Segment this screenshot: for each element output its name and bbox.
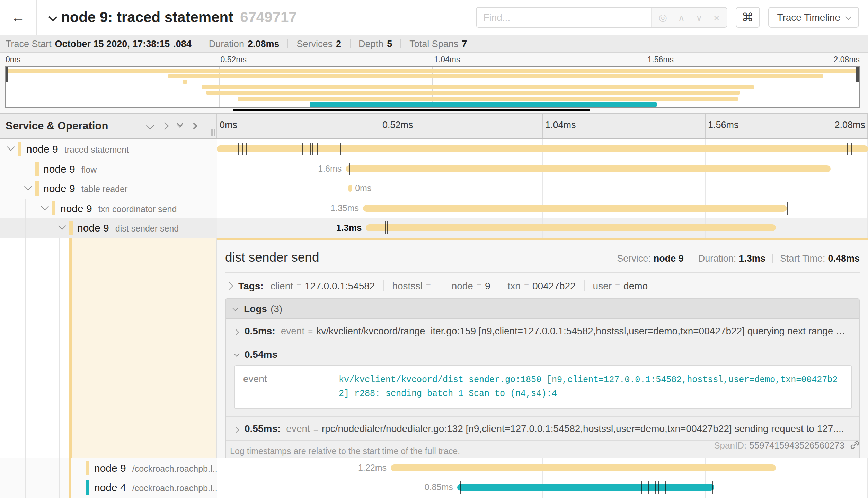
minimap-canvas[interactable]: [5, 66, 860, 108]
minimap-time-label: 1.56ms: [648, 55, 674, 64]
service-name: node 9dist sender send: [77, 222, 179, 234]
keyboard-shortcuts-button[interactable]: ⌘: [735, 7, 760, 28]
span-name-cell[interactable]: node 4/cockroach.roachpb.I...: [0, 478, 217, 497]
find-clear-icon[interactable]: ×: [714, 12, 720, 22]
service-name: node 9traced statement: [26, 143, 129, 155]
logs-accordion-header[interactable]: Logs (3): [226, 299, 859, 319]
span-row-txn-coordinator-send[interactable]: node 9txn coordinator send1.35ms: [0, 198, 868, 218]
collapse-chevron-icon[interactable]: [58, 222, 66, 230]
span-row-table-reader[interactable]: node 9table reader0ms: [0, 179, 868, 198]
collapse-title-chevron-icon[interactable]: [49, 14, 55, 20]
view-selector-button[interactable]: Trace Timeline: [768, 7, 859, 28]
span-row-cockroach-roachpb-i[interactable]: node 4/cockroach.roachpb.I...0.85ms: [0, 478, 868, 497]
tags-chevron-right-icon: [225, 282, 233, 290]
trace-title-group[interactable]: node 9: traced statement 6749717: [49, 9, 297, 26]
service-name: node 4/cockroach.roachpb.I...: [94, 482, 217, 494]
span-duration-bar[interactable]: [391, 464, 776, 471]
ruler-gridline: [705, 114, 706, 138]
span-timeline-cell[interactable]: 1.6ms: [217, 159, 868, 179]
minimap-span-bar[interactable]: [206, 91, 739, 95]
collapse-chevron-icon[interactable]: [7, 143, 15, 151]
span-name-cell[interactable]: node 9/cockroach.roachpb.I...: [0, 458, 217, 478]
expand-one-icon[interactable]: [161, 122, 169, 130]
log-marker-tick: [460, 481, 460, 494]
minimap-span-bar[interactable]: [238, 97, 738, 101]
span-timeline-cell[interactable]: 0.85ms: [217, 478, 868, 497]
log3-timestamp: 0.55ms:: [245, 423, 281, 434]
span-row-dist-sender-send[interactable]: node 9dist sender send1.3ms: [0, 218, 868, 238]
operation-name: txn coordinator send: [98, 205, 177, 214]
minimap-left-scrubber[interactable]: [6, 67, 8, 82]
collapse-chevron-icon[interactable]: [24, 183, 32, 191]
minimap-time-label: 0ms: [6, 55, 20, 64]
log-marker-tick: [307, 143, 308, 155]
span-name-cell[interactable]: node 9table reader: [0, 179, 217, 198]
minimap-right-scrubber[interactable]: [856, 67, 859, 82]
span-timeline-cell[interactable]: [217, 139, 868, 159]
find-input[interactable]: [476, 8, 651, 27]
log2-value: kv/kvclient/kvcoord/dist_sender.go:1850 …: [339, 373, 844, 401]
minimap-span-bar[interactable]: [309, 102, 657, 106]
locate-icon[interactable]: ◎: [658, 12, 667, 22]
logs-label: Logs: [244, 303, 267, 314]
tags-accordion[interactable]: Tags: client=127.0.0.1:54582 hostssl= no…: [225, 279, 860, 298]
span-duration-bar[interactable]: [363, 205, 787, 212]
span-row-cockroach-roachpb-i[interactable]: node 9/cockroach.roachpb.I...1.22ms: [0, 458, 868, 478]
minimap-span-bar[interactable]: [183, 80, 187, 84]
timeline-horizontal-scrollbar[interactable]: [233, 109, 589, 111]
log2-accordion-header[interactable]: 0.54ms: [234, 348, 852, 360]
span-row-flow[interactable]: node 9flow1.6ms: [0, 159, 868, 179]
log-entry-1[interactable]: 0.5ms: event = kv/kvclient/kvcoord/range…: [226, 319, 859, 343]
trace-services: Services2: [297, 38, 342, 49]
span-name-cell[interactable]: node 9flow: [0, 159, 217, 179]
ruler-time-label: 2.08ms: [834, 120, 865, 130]
span-timeline-cell[interactable]: 1.3ms: [217, 218, 868, 238]
span-name-cell[interactable]: node 9dist sender send: [0, 218, 217, 238]
span-timeline-cell[interactable]: 1.22ms: [217, 458, 868, 478]
collapse-all-icon[interactable]: [177, 125, 181, 127]
indent-guide: [59, 238, 59, 457]
span-duration-bar[interactable]: [346, 165, 831, 172]
expand-all-icon[interactable]: [191, 124, 197, 128]
find-next-icon[interactable]: ∨: [696, 13, 702, 22]
indent-guide: [42, 218, 42, 238]
column-resize-grip[interactable]: [211, 129, 215, 136]
log-marker-tick: [851, 143, 852, 155]
span-name-cell[interactable]: node 9txn coordinator send: [0, 198, 217, 218]
minimap-span-bar[interactable]: [169, 74, 823, 78]
span-timeline-cell[interactable]: 0ms: [217, 179, 868, 198]
span-name-cell[interactable]: node 9traced statement: [0, 139, 217, 159]
span-duration-bar[interactable]: [348, 185, 352, 192]
collapse-one-icon[interactable]: [146, 121, 154, 129]
span-detail-row: dist sender send Service:node 9 Duration…: [0, 238, 868, 458]
minimap-span-bar[interactable]: [6, 69, 859, 73]
back-button[interactable]: ←: [0, 0, 37, 35]
span-rows-top: node 9traced statementnode 9flow1.6msnod…: [0, 139, 868, 238]
timeline-gridline: [705, 179, 706, 198]
log-entry-3[interactable]: 0.55ms: event = rpc/nodedialer/nodediale…: [226, 417, 859, 441]
collapse-chevron-icon[interactable]: [41, 202, 49, 210]
span-timeline-cell[interactable]: 1.35ms: [217, 198, 868, 218]
find-group: ◎ ∧ ∨ ×: [476, 7, 727, 28]
span-duration-label: 1.3ms: [336, 223, 362, 233]
back-arrow-icon: ←: [11, 9, 25, 25]
service-color-chip: [35, 181, 38, 196]
minimap-span-bar[interactable]: [202, 85, 754, 90]
span-row-traced-statement[interactable]: node 9traced statement: [0, 139, 868, 159]
service-color-chip: [86, 461, 89, 475]
service-operation-header: Service & Operation: [0, 114, 217, 138]
copy-link-icon[interactable]: [850, 440, 860, 450]
span-duration-bar[interactable]: [457, 484, 715, 491]
log-marker-tick: [847, 143, 848, 155]
span-duration-bar[interactable]: [366, 225, 776, 232]
timeline-ruler: 0ms0.52ms1.04ms1.56ms2.08ms: [217, 114, 868, 138]
find-prev-icon[interactable]: ∧: [678, 13, 685, 22]
span-duration-bar[interactable]: [217, 146, 868, 153]
log2-key: event: [242, 373, 339, 401]
log-marker-tick: [317, 143, 318, 155]
tags-label: Tags:: [238, 280, 264, 291]
timeline-minimap[interactable]: 0ms0.52ms1.04ms1.56ms2.08ms: [0, 53, 868, 114]
log-marker-tick: [648, 481, 649, 494]
logs-section: Logs (3) 0.5ms: event = kv/kvclient/kvco…: [225, 298, 860, 463]
ruler-time-label: 1.04ms: [545, 120, 576, 130]
